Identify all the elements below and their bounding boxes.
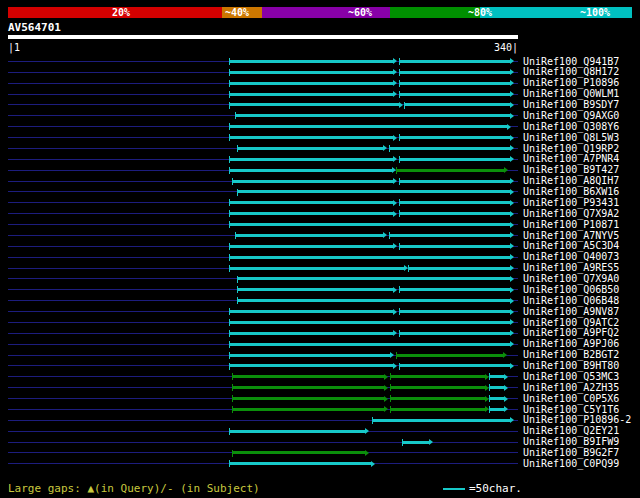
alignment-segment[interactable]: [229, 169, 391, 172]
alignment-segment[interactable]: [229, 310, 393, 313]
hit-label[interactable]: UniRef100_A2ZH35: [523, 383, 619, 393]
alignment-segment[interactable]: [232, 451, 364, 454]
hit-label[interactable]: UniRef100_B9SDY7: [523, 100, 619, 110]
alignment-segment[interactable]: [229, 354, 390, 357]
hit-label[interactable]: UniRef100_Q53MC3: [523, 372, 619, 382]
alignment-segment[interactable]: [229, 343, 510, 346]
alignment-segment[interactable]: [237, 277, 511, 280]
alignment-segment[interactable]: [399, 212, 510, 215]
hit-label[interactable]: UniRef100_Q0WLM1: [523, 89, 619, 99]
hit-label[interactable]: UniRef100_P10896: [523, 78, 619, 88]
alignment-segment[interactable]: [237, 190, 511, 193]
alignment-segment[interactable]: [390, 397, 485, 400]
alignment-segment[interactable]: [399, 136, 510, 139]
hit-label[interactable]: UniRef100_Q8H172: [523, 67, 619, 77]
alignment-segment[interactable]: [229, 223, 510, 226]
alignment-segment[interactable]: [489, 375, 504, 378]
alignment-segment[interactable]: [489, 386, 504, 389]
hit-label[interactable]: UniRef100_Q8L5W3: [523, 133, 619, 143]
alignment-segment[interactable]: [229, 321, 510, 324]
alignment-segment[interactable]: [389, 147, 511, 150]
alignment-segment[interactable]: [390, 375, 485, 378]
alignment-segment[interactable]: [399, 245, 510, 248]
hit-label[interactable]: UniRef100_B6XW16: [523, 187, 619, 197]
hit-label[interactable]: UniRef100_Q308Y6: [523, 122, 619, 132]
hit-label[interactable]: UniRef100_Q941B7: [523, 57, 619, 67]
hit-label[interactable]: UniRef100_Q2EY21: [523, 426, 619, 436]
alignment-segment[interactable]: [229, 82, 393, 85]
hit-label[interactable]: UniRef100_B2BGT2: [523, 350, 619, 360]
alignment-segment[interactable]: [404, 103, 511, 106]
alignment-segment[interactable]: [229, 136, 393, 139]
alignment-segment[interactable]: [235, 114, 510, 117]
alignment-segment[interactable]: [232, 408, 384, 411]
alignment-segment[interactable]: [399, 158, 510, 161]
hit-label[interactable]: UniRef100_A9RES5: [523, 263, 619, 273]
alignment-segment[interactable]: [399, 60, 510, 63]
alignment-segment[interactable]: [229, 256, 510, 259]
alignment-segment[interactable]: [229, 60, 393, 63]
alignment-segment[interactable]: [408, 267, 510, 270]
hit-label[interactable]: UniRef100_Q7X9A2: [523, 209, 619, 219]
hit-label[interactable]: UniRef100_C0P5X6: [523, 394, 619, 404]
alignment-segment[interactable]: [229, 93, 393, 96]
alignment-segment[interactable]: [237, 288, 393, 291]
alignment-segment[interactable]: [489, 408, 504, 411]
alignment-segment[interactable]: [399, 364, 510, 367]
alignment-segment[interactable]: [399, 288, 510, 291]
alignment-segment[interactable]: [235, 234, 382, 237]
hit-label[interactable]: UniRef100_Q9AXG0: [523, 111, 619, 121]
alignment-segment[interactable]: [402, 441, 429, 444]
hit-label[interactable]: UniRef100_Q40073: [523, 252, 619, 262]
alignment-segment[interactable]: [229, 245, 393, 248]
alignment-segment[interactable]: [489, 397, 504, 400]
hit-label[interactable]: UniRef100_A9PJ06: [523, 339, 619, 349]
hit-label[interactable]: UniRef100_B9G2F7: [523, 448, 619, 458]
alignment-segment[interactable]: [229, 212, 393, 215]
hit-label[interactable]: UniRef100_P93431: [523, 198, 619, 208]
alignment-segment[interactable]: [229, 332, 393, 335]
alignment-segment[interactable]: [390, 408, 485, 411]
alignment-segment[interactable]: [399, 71, 510, 74]
hit-label[interactable]: UniRef100_B9HT80: [523, 361, 619, 371]
alignment-segment[interactable]: [232, 375, 384, 378]
alignment-segment[interactable]: [399, 82, 510, 85]
alignment-segment[interactable]: [229, 364, 393, 367]
hit-label[interactable]: UniRef100_P10896-2: [523, 415, 631, 425]
hit-label[interactable]: UniRef100_Q9ATC2: [523, 318, 619, 328]
hit-label[interactable]: UniRef100_A9PFQ2: [523, 328, 619, 338]
alignment-segment[interactable]: [399, 310, 510, 313]
hit-label[interactable]: UniRef100_Q7X9A0: [523, 274, 619, 284]
alignment-segment[interactable]: [390, 386, 485, 389]
hit-label[interactable]: UniRef100_B9T427: [523, 165, 619, 175]
hit-label[interactable]: UniRef100_P10871: [523, 220, 619, 230]
alignment-segment[interactable]: [389, 234, 511, 237]
alignment-segment[interactable]: [229, 158, 393, 161]
alignment-segment[interactable]: [229, 462, 370, 465]
alignment-segment[interactable]: [396, 354, 503, 357]
hit-label[interactable]: UniRef100_B9IFW9: [523, 437, 619, 447]
alignment-segment[interactable]: [229, 267, 404, 270]
alignment-segment[interactable]: [229, 125, 507, 128]
hit-label[interactable]: UniRef100_C5Y1T6: [523, 405, 619, 415]
alignment-segment[interactable]: [237, 299, 511, 302]
hit-label[interactable]: UniRef100_Q06B48: [523, 296, 619, 306]
hit-label[interactable]: UniRef100_A5C3D4: [523, 241, 619, 251]
hit-label[interactable]: UniRef100_A7NYV5: [523, 231, 619, 241]
alignment-segment[interactable]: [229, 430, 364, 433]
alignment-segment[interactable]: [399, 201, 510, 204]
hit-label[interactable]: UniRef100_Q19RP2: [523, 144, 619, 154]
hit-label[interactable]: UniRef100_A9NV87: [523, 307, 619, 317]
hit-label[interactable]: UniRef100_A8QIH7: [523, 176, 619, 186]
hit-label[interactable]: UniRef100_C0PQ99: [523, 459, 619, 469]
alignment-segment[interactable]: [229, 201, 393, 204]
alignment-segment[interactable]: [237, 147, 383, 150]
alignment-segment[interactable]: [232, 397, 384, 400]
alignment-segment[interactable]: [232, 386, 384, 389]
alignment-segment[interactable]: [396, 169, 504, 172]
hit-label[interactable]: UniRef100_A7PNR4: [523, 154, 619, 164]
alignment-segment[interactable]: [232, 180, 393, 183]
hit-label[interactable]: UniRef100_Q06B50: [523, 285, 619, 295]
alignment-segment[interactable]: [229, 103, 399, 106]
alignment-segment[interactable]: [399, 93, 510, 96]
